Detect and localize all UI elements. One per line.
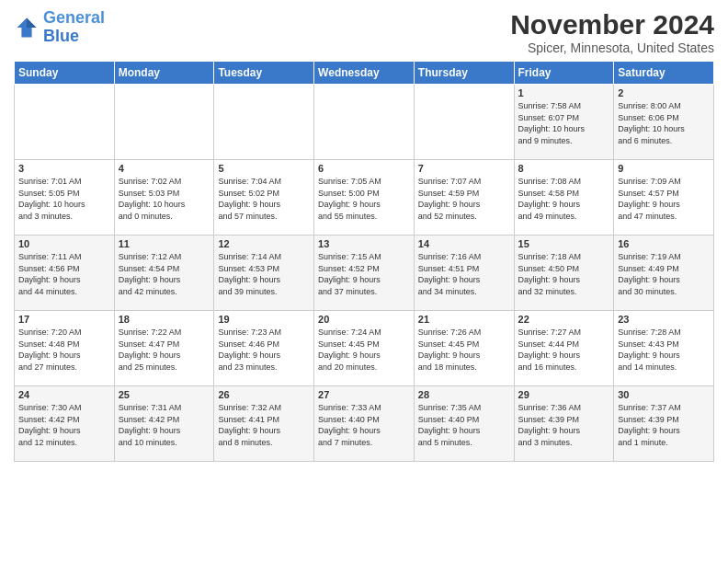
calendar-cell: 6Sunrise: 7:05 AM Sunset: 5:00 PM Daylig… [314,160,415,236]
day-number: 16 [618,238,710,249]
calendar-cell: 17Sunrise: 7:20 AM Sunset: 4:48 PM Dayli… [15,311,115,386]
day-info: Sunrise: 7:24 AM Sunset: 4:45 PM Dayligh… [318,327,410,373]
day-info: Sunrise: 7:16 AM Sunset: 4:51 PM Dayligh… [418,251,510,297]
calendar-cell: 20Sunrise: 7:24 AM Sunset: 4:45 PM Dayli… [314,311,415,386]
day-number: 24 [18,389,110,400]
day-number: 2 [618,87,710,98]
day-number: 13 [318,238,410,249]
day-number: 17 [18,314,110,325]
day-number: 26 [218,389,310,400]
day-number: 30 [618,389,710,400]
day-info: Sunrise: 7:23 AM Sunset: 4:46 PM Dayligh… [218,327,310,373]
day-info: Sunrise: 7:58 AM Sunset: 6:07 PM Dayligh… [518,100,610,146]
day-info: Sunrise: 7:20 AM Sunset: 4:48 PM Dayligh… [18,327,110,373]
day-info: Sunrise: 7:18 AM Sunset: 4:50 PM Dayligh… [518,251,610,297]
day-number: 25 [119,389,210,400]
calendar-cell: 9Sunrise: 7:09 AM Sunset: 4:57 PM Daylig… [614,160,714,236]
calendar-cell: 2Sunrise: 8:00 AM Sunset: 6:06 PM Daylig… [614,85,714,160]
day-number: 7 [418,163,510,174]
calendar-cell: 1Sunrise: 7:58 AM Sunset: 6:07 PM Daylig… [514,85,614,160]
day-info: Sunrise: 7:04 AM Sunset: 5:02 PM Dayligh… [218,176,310,222]
calendar-cell: 23Sunrise: 7:28 AM Sunset: 4:43 PM Dayli… [614,311,714,386]
day-info: Sunrise: 7:33 AM Sunset: 4:40 PM Dayligh… [318,402,410,448]
day-info: Sunrise: 7:28 AM Sunset: 4:43 PM Dayligh… [618,327,710,373]
day-number: 10 [18,238,110,249]
calendar-week-row: 3Sunrise: 7:01 AM Sunset: 5:05 PM Daylig… [15,160,714,236]
calendar-cell: 29Sunrise: 7:36 AM Sunset: 4:39 PM Dayli… [514,386,614,462]
calendar-cell: 8Sunrise: 7:08 AM Sunset: 4:58 PM Daylig… [514,160,614,236]
calendar-week-row: 1Sunrise: 7:58 AM Sunset: 6:07 PM Daylig… [15,85,714,160]
calendar-cell: 26Sunrise: 7:32 AM Sunset: 4:41 PM Dayli… [214,386,314,462]
day-number: 28 [418,389,510,400]
calendar-cell: 16Sunrise: 7:19 AM Sunset: 4:49 PM Dayli… [614,236,714,311]
day-number: 12 [218,238,310,249]
day-number: 9 [618,163,710,174]
weekday-header: Tuesday [214,62,314,85]
day-info: Sunrise: 7:09 AM Sunset: 4:57 PM Dayligh… [618,176,710,222]
calendar-cell: 27Sunrise: 7:33 AM Sunset: 4:40 PM Dayli… [314,386,415,462]
day-info: Sunrise: 7:27 AM Sunset: 4:44 PM Dayligh… [518,327,610,373]
weekday-header: Thursday [414,62,514,85]
calendar-cell [314,85,415,160]
day-info: Sunrise: 7:22 AM Sunset: 4:47 PM Dayligh… [119,327,210,373]
calendar-cell: 24Sunrise: 7:30 AM Sunset: 4:42 PM Dayli… [15,386,115,462]
logo-text: General Blue [43,9,105,46]
calendar-cell: 18Sunrise: 7:22 AM Sunset: 4:47 PM Dayli… [114,311,214,386]
weekday-header-row: SundayMondayTuesdayWednesdayThursdayFrid… [15,62,714,85]
day-number: 18 [119,314,210,325]
day-number: 1 [518,87,610,98]
day-number: 23 [618,314,710,325]
logo-icon [14,15,40,40]
calendar-cell: 5Sunrise: 7:04 AM Sunset: 5:02 PM Daylig… [214,160,314,236]
day-info: Sunrise: 7:14 AM Sunset: 4:53 PM Dayligh… [218,251,310,297]
month-title: November 2024 [510,9,714,40]
calendar-cell [414,85,514,160]
day-info: Sunrise: 7:31 AM Sunset: 4:42 PM Dayligh… [119,402,210,448]
day-info: Sunrise: 7:08 AM Sunset: 4:58 PM Dayligh… [518,176,610,222]
calendar-table: SundayMondayTuesdayWednesdayThursdayFrid… [14,61,714,462]
calendar-cell: 13Sunrise: 7:15 AM Sunset: 4:52 PM Dayli… [314,236,415,311]
day-info: Sunrise: 7:30 AM Sunset: 4:42 PM Dayligh… [18,402,110,448]
calendar-cell: 14Sunrise: 7:16 AM Sunset: 4:51 PM Dayli… [414,236,514,311]
day-info: Sunrise: 7:07 AM Sunset: 4:59 PM Dayligh… [418,176,510,222]
calendar-week-row: 10Sunrise: 7:11 AM Sunset: 4:56 PM Dayli… [15,236,714,311]
day-info: Sunrise: 7:37 AM Sunset: 4:39 PM Dayligh… [618,402,710,448]
calendar-cell: 28Sunrise: 7:35 AM Sunset: 4:40 PM Dayli… [414,386,514,462]
day-number: 6 [318,163,410,174]
day-number: 4 [119,163,210,174]
calendar-week-row: 24Sunrise: 7:30 AM Sunset: 4:42 PM Dayli… [15,386,714,462]
day-info: Sunrise: 8:00 AM Sunset: 6:06 PM Dayligh… [618,100,710,146]
day-number: 22 [518,314,610,325]
calendar-cell [214,85,314,160]
title-block: November 2024 Spicer, Minnesota, United … [510,9,714,55]
day-info: Sunrise: 7:02 AM Sunset: 5:03 PM Dayligh… [119,176,210,222]
logo: General Blue [14,9,105,46]
day-number: 21 [418,314,510,325]
calendar-cell: 15Sunrise: 7:18 AM Sunset: 4:50 PM Dayli… [514,236,614,311]
calendar-cell [15,85,115,160]
day-number: 29 [518,389,610,400]
weekday-header: Friday [514,62,614,85]
day-number: 15 [518,238,610,249]
calendar-cell: 25Sunrise: 7:31 AM Sunset: 4:42 PM Dayli… [114,386,214,462]
weekday-header: Monday [114,62,214,85]
calendar-cell: 21Sunrise: 7:26 AM Sunset: 4:45 PM Dayli… [414,311,514,386]
calendar-cell: 10Sunrise: 7:11 AM Sunset: 4:56 PM Dayli… [15,236,115,311]
calendar-cell: 3Sunrise: 7:01 AM Sunset: 5:05 PM Daylig… [15,160,115,236]
weekday-header: Sunday [15,62,115,85]
day-info: Sunrise: 7:12 AM Sunset: 4:54 PM Dayligh… [119,251,210,297]
calendar-cell: 22Sunrise: 7:27 AM Sunset: 4:44 PM Dayli… [514,311,614,386]
calendar-cell: 19Sunrise: 7:23 AM Sunset: 4:46 PM Dayli… [214,311,314,386]
day-number: 8 [518,163,610,174]
day-info: Sunrise: 7:01 AM Sunset: 5:05 PM Dayligh… [18,176,110,222]
day-info: Sunrise: 7:05 AM Sunset: 5:00 PM Dayligh… [318,176,410,222]
location: Spicer, Minnesota, United States [510,40,714,55]
day-info: Sunrise: 7:32 AM Sunset: 4:41 PM Dayligh… [218,402,310,448]
weekday-header: Saturday [614,62,714,85]
day-info: Sunrise: 7:35 AM Sunset: 4:40 PM Dayligh… [418,402,510,448]
day-info: Sunrise: 7:36 AM Sunset: 4:39 PM Dayligh… [518,402,610,448]
day-number: 3 [18,163,110,174]
calendar-cell: 4Sunrise: 7:02 AM Sunset: 5:03 PM Daylig… [114,160,214,236]
day-number: 11 [119,238,210,249]
calendar-cell: 11Sunrise: 7:12 AM Sunset: 4:54 PM Dayli… [114,236,214,311]
